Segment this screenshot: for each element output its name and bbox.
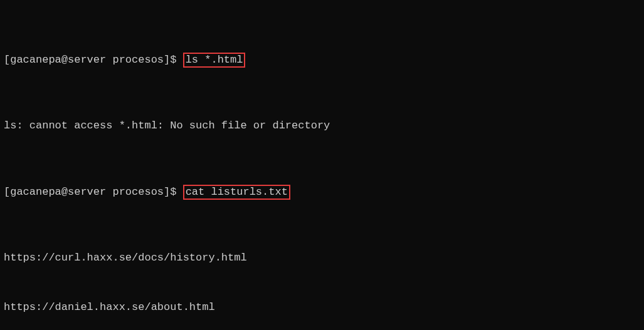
output-url-1: https://curl.haxx.se/docs/history.html [4, 250, 640, 266]
shell-prompt: [gacanepa@server procesos]$ [4, 186, 183, 198]
shell-prompt: [gacanepa@server procesos]$ [4, 54, 183, 66]
terminal-window: [gacanepa@server procesos]$ ls *.html ls… [0, 0, 644, 330]
highlighted-command-cat: cat listurls.txt [183, 185, 290, 200]
command-text: ls *.html [186, 54, 243, 66]
output-url-2: https://daniel.haxx.se/about.html [4, 299, 640, 316]
prompt-line-1[interactable]: [gacanepa@server procesos]$ ls *.html [4, 52, 640, 68]
output-ls-error: ls: cannot access *.html: No such file o… [4, 118, 640, 134]
highlighted-command-ls-1: ls *.html [183, 53, 246, 68]
prompt-line-2[interactable]: [gacanepa@server procesos]$ cat listurls… [4, 184, 640, 200]
command-text: cat listurls.txt [186, 186, 288, 198]
